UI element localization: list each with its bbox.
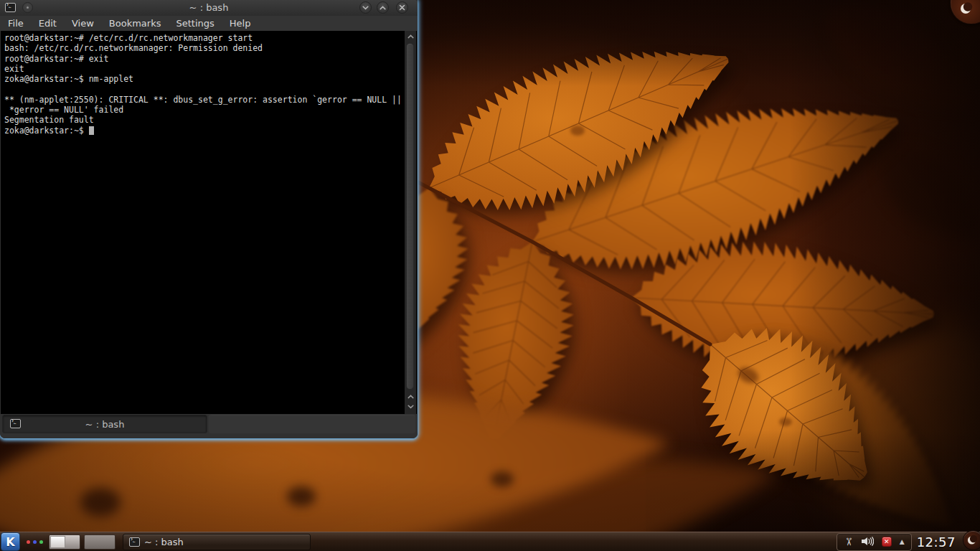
green-dot-icon <box>39 540 43 544</box>
pager-window-thumbnail <box>50 536 65 548</box>
konsole-window: ~ : bash File Edit View Bookmarks <box>0 0 418 438</box>
scrollbar-thumb[interactable] <box>406 43 414 390</box>
tab-bar: ~ : bash <box>0 414 418 438</box>
terminal-line: Segmentation fault <box>4 115 403 125</box>
terminal-line <box>4 84 403 94</box>
minimize-button[interactable] <box>359 1 372 14</box>
blue-dot-icon <box>33 540 37 544</box>
chevron-down-icon <box>407 405 414 409</box>
tab-bar-empty-area <box>209 415 415 433</box>
menu-help[interactable]: Help <box>230 18 251 29</box>
chevron-up-icon <box>407 34 414 39</box>
panel-toolbox-cashew[interactable] <box>963 530 980 550</box>
taskbar: K ~ : bash ✂ ✕ ▲ <box>0 532 980 551</box>
task-label: ~ : bash <box>144 537 184 547</box>
digital-clock[interactable]: 12:57 <box>917 534 956 550</box>
cashew-crescent-icon <box>966 534 978 546</box>
red-dot-icon <box>27 540 30 544</box>
close-x-icon <box>399 4 405 11</box>
terminal-viewport[interactable]: root@darkstar:~# /etc/rc.d/rc.networkman… <box>1 31 417 414</box>
terminal-line: *gerror == NULL' failed <box>4 105 403 115</box>
chevron-down-icon <box>362 6 369 10</box>
tab-bash[interactable]: ~ : bash <box>2 415 207 433</box>
menu-settings[interactable]: Settings <box>176 18 214 29</box>
taskbar-task-konsole[interactable]: ~ : bash <box>123 534 311 550</box>
klipper-scissors-icon[interactable]: ✂ <box>843 537 854 547</box>
chevron-up-icon <box>407 395 414 399</box>
terminal-line: zoka@darkstar:~$ nm-applet <box>4 74 403 84</box>
terminal-icon <box>129 537 140 547</box>
pager-desktop-2[interactable] <box>84 534 116 550</box>
tray-expand-icon[interactable]: ▲ <box>900 538 905 545</box>
kde-menu-button[interactable]: K <box>1 532 20 551</box>
scroll-down-button[interactable] <box>405 402 416 412</box>
menu-file[interactable]: File <box>8 18 24 29</box>
kde-logo-icon: K <box>6 535 14 549</box>
terminal-prompt-line: zoka@darkstar:~$ <box>4 126 403 136</box>
cashew-crescent-icon <box>959 2 974 17</box>
system-tray: ✂ ✕ ▲ <box>837 533 912 551</box>
virtual-desktop-pager <box>49 534 116 550</box>
speaker-icon <box>861 537 874 546</box>
scroll-up-button-2[interactable] <box>405 392 416 402</box>
terminal-line: root@darkstar:~# /etc/rc.d/rc.networkman… <box>4 33 403 43</box>
menu-bookmarks[interactable]: Bookmarks <box>109 18 161 29</box>
terminal-line: exit <box>4 64 403 74</box>
scroll-up-button[interactable] <box>405 32 416 42</box>
menu-bar: File Edit View Bookmarks Settings Help <box>0 16 418 31</box>
pager-desktop-1[interactable] <box>49 534 80 550</box>
terminal-line: ** (nm-applet:2550): CRITICAL **: dbus_s… <box>4 95 403 105</box>
terminal-line: bash: /etc/rc.d/rc.networkmanager: Permi… <box>4 43 403 53</box>
tab-label: ~ : bash <box>3 419 207 430</box>
prompt-text: zoka@darkstar:~$ <box>4 126 89 136</box>
menu-edit[interactable]: Edit <box>39 18 57 29</box>
volume-icon[interactable] <box>861 535 874 549</box>
desktop: ~ : bash File Edit View Bookmarks <box>0 0 980 551</box>
window-title: ~ : bash <box>0 2 418 13</box>
maximize-button[interactable] <box>377 1 389 14</box>
network-disconnected-icon[interactable]: ✕ <box>882 537 892 547</box>
window-titlebar[interactable]: ~ : bash <box>0 0 418 16</box>
terminal-cursor <box>89 126 94 135</box>
chevron-up-icon <box>380 6 386 10</box>
menu-view[interactable]: View <box>72 18 94 29</box>
scrollbar[interactable] <box>405 31 416 414</box>
activity-indicator-dots[interactable] <box>27 540 43 544</box>
terminal-line: root@darkstar:~# exit <box>4 54 403 64</box>
terminal-output: root@darkstar:~# /etc/rc.d/rc.networkman… <box>4 33 403 414</box>
close-button[interactable] <box>396 1 408 14</box>
